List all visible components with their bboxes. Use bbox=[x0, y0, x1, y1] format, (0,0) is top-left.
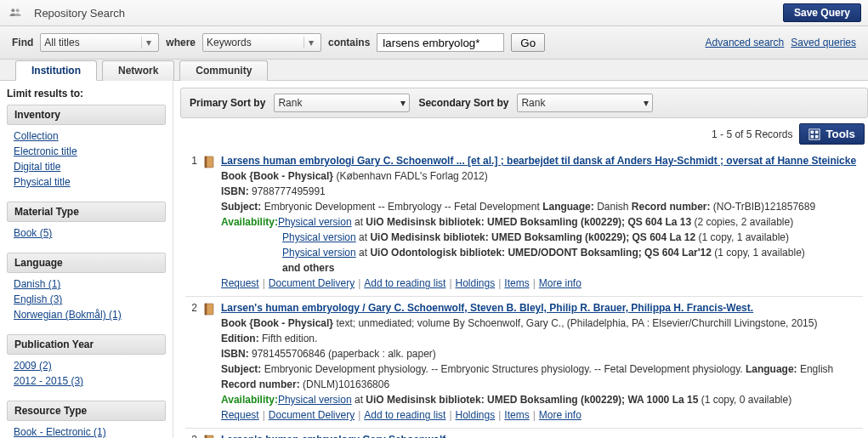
facet-body: Book (5) bbox=[7, 222, 166, 244]
availability-label: Availability: bbox=[221, 216, 278, 228]
result-meta-line: Edition: Fifth edition. bbox=[221, 331, 863, 346]
facet-body: Danish (1)English (3)Norwegian (Bokmål) … bbox=[7, 273, 166, 326]
results-panel: Primary Sort by Rank▾ Secondary Sort by … bbox=[173, 81, 868, 438]
result-title-link[interactable]: Larsen's human embryology Gary Schoenwol… bbox=[221, 434, 445, 438]
facet-group: Resource TypeBook - Electronic (1)Book -… bbox=[7, 401, 166, 438]
facet-heading: Material Type bbox=[7, 202, 166, 222]
action-more[interactable]: More info bbox=[539, 409, 582, 421]
physical-version-link[interactable]: Physical version bbox=[278, 216, 352, 228]
facet-link[interactable]: Collection bbox=[14, 130, 159, 142]
action-items[interactable]: Items bbox=[504, 409, 529, 421]
primary-sort-select[interactable]: Rank▾ bbox=[274, 94, 410, 112]
book-icon bbox=[202, 432, 216, 438]
result-actions: Request|Document Delivery|Add to reading… bbox=[221, 407, 863, 423]
result-meta-line: Subject: Embryonic Development -- Embryo… bbox=[221, 199, 863, 214]
svg-rect-5 bbox=[811, 134, 814, 138]
tab-community[interactable]: Community bbox=[179, 60, 268, 81]
svg-rect-7 bbox=[205, 156, 207, 168]
where-field-select[interactable]: Keywords▾ bbox=[202, 33, 321, 52]
physical-version-link[interactable]: Physical version bbox=[282, 231, 356, 243]
top-bar: Repository Search Save Query bbox=[0, 0, 868, 26]
result-item: 3Larsen's human embryology Gary Schoenwo… bbox=[185, 428, 863, 438]
svg-rect-6 bbox=[815, 134, 819, 138]
action-reading[interactable]: Add to reading list bbox=[364, 409, 445, 421]
sort-bar: Primary Sort by Rank▾ Secondary Sort by … bbox=[180, 88, 868, 118]
scope-tabs: Institution Network Community bbox=[0, 60, 868, 81]
facet-link[interactable]: Norwegian (Bokmål) (1) bbox=[14, 309, 159, 321]
facet-heading: Resource Type bbox=[7, 401, 166, 421]
availability-line: Availability:Physical version at UiO Med… bbox=[221, 214, 863, 230]
book-icon bbox=[202, 153, 216, 291]
facet-group: LanguageDanish (1)English (3)Norwegian (… bbox=[7, 253, 166, 326]
facet-link[interactable]: Electronic title bbox=[14, 145, 159, 157]
search-input[interactable] bbox=[377, 33, 504, 52]
result-type-line: Book {Book - Physical} (København FADL's… bbox=[221, 168, 863, 184]
action-reading[interactable]: Add to reading list bbox=[364, 277, 445, 289]
tools-button[interactable]: Tools bbox=[799, 123, 865, 145]
result-type-line: Book {Book - Physical} text; unmediated;… bbox=[221, 316, 863, 331]
result-item: 2Larsen's human embryology / Gary C. Sch… bbox=[185, 296, 863, 428]
advanced-search-link[interactable]: Advanced search bbox=[706, 37, 785, 48]
and-others: and others bbox=[282, 260, 863, 276]
action-docdel[interactable]: Document Delivery bbox=[269, 277, 355, 289]
records-toolbar: 1 - 5 of 5 Records Tools bbox=[180, 118, 868, 150]
facet-group: InventoryCollectionElectronic titleDigit… bbox=[7, 105, 166, 193]
facet-heading: Inventory bbox=[7, 105, 166, 125]
result-item: 1Larsens human embryologi Gary C. Schoen… bbox=[185, 150, 863, 296]
facet-heading: Publication Year bbox=[7, 334, 166, 355]
result-number: 2 bbox=[185, 300, 197, 423]
action-holdings[interactable]: Holdings bbox=[456, 277, 496, 289]
primary-sort-label: Primary Sort by bbox=[190, 97, 265, 109]
facets-sidebar: Limit results to: InventoryCollectionEle… bbox=[0, 81, 173, 438]
where-label: where bbox=[166, 37, 196, 48]
result-number: 1 bbox=[185, 153, 197, 291]
result-actions: Request|Document Delivery|Add to reading… bbox=[221, 276, 863, 291]
svg-rect-3 bbox=[811, 130, 814, 134]
facet-link[interactable]: 2009 (2) bbox=[14, 360, 159, 372]
availability-line: Physical version at UiO Odontologisk bib… bbox=[282, 245, 863, 260]
main-area: Limit results to: InventoryCollectionEle… bbox=[0, 81, 868, 438]
action-more[interactable]: More info bbox=[539, 277, 582, 289]
page-title: Repository Search bbox=[34, 7, 783, 20]
go-button[interactable]: Go bbox=[511, 33, 545, 52]
facet-link[interactable]: Danish (1) bbox=[14, 278, 159, 290]
svg-rect-8 bbox=[205, 304, 207, 315]
facet-link[interactable]: Book (5) bbox=[14, 227, 159, 239]
facet-body: Book - Electronic (1)Book - Physical (4) bbox=[7, 421, 166, 438]
tab-institution[interactable]: Institution bbox=[15, 60, 97, 81]
action-request[interactable]: Request bbox=[221, 409, 259, 421]
secondary-sort-select[interactable]: Rank▾ bbox=[517, 94, 653, 112]
search-links: Advanced search Saved queries bbox=[706, 37, 856, 48]
search-bar: Find All titles▾ where Keywords▾ contain… bbox=[0, 26, 868, 60]
result-title-link[interactable]: Larsen's human embryology / Gary C. Scho… bbox=[221, 302, 753, 314]
result-meta-line: Record number: (DNLM)101636806 bbox=[221, 377, 863, 392]
facet-link[interactable]: Physical title bbox=[14, 176, 159, 188]
results-list: 1Larsens human embryologi Gary C. Schoen… bbox=[180, 150, 868, 438]
svg-point-0 bbox=[11, 9, 14, 12]
book-icon bbox=[202, 300, 216, 423]
tools-icon bbox=[808, 128, 820, 140]
svg-point-1 bbox=[16, 9, 20, 12]
result-meta-line: ISBN: 9788777495991 bbox=[221, 184, 863, 199]
action-items[interactable]: Items bbox=[504, 277, 529, 289]
records-count: 1 - 5 of 5 Records bbox=[184, 128, 799, 140]
tab-network[interactable]: Network bbox=[102, 60, 174, 81]
saved-queries-link[interactable]: Saved queries bbox=[791, 37, 856, 48]
find-scope-select[interactable]: All titles▾ bbox=[40, 33, 159, 52]
physical-version-link[interactable]: Physical version bbox=[282, 247, 356, 259]
action-docdel[interactable]: Document Delivery bbox=[269, 409, 355, 421]
action-request[interactable]: Request bbox=[221, 277, 259, 289]
contains-label: contains bbox=[328, 37, 370, 48]
facet-link[interactable]: 2012 - 2015 (3) bbox=[14, 375, 159, 387]
physical-version-link[interactable]: Physical version bbox=[278, 394, 352, 406]
facet-link[interactable]: English (3) bbox=[14, 293, 159, 305]
facet-link[interactable]: Book - Electronic (1) bbox=[14, 426, 159, 438]
chevron-down-icon: ▾ bbox=[400, 97, 406, 109]
limit-heading: Limit results to: bbox=[7, 88, 166, 100]
facet-body: 2009 (2)2012 - 2015 (3) bbox=[7, 355, 166, 392]
save-query-button[interactable]: Save Query bbox=[783, 3, 861, 22]
action-holdings[interactable]: Holdings bbox=[456, 409, 496, 421]
svg-rect-4 bbox=[815, 130, 819, 134]
result-title-link[interactable]: Larsens human embryologi Gary C. Schoenw… bbox=[221, 155, 856, 167]
facet-link[interactable]: Digital title bbox=[14, 161, 159, 173]
